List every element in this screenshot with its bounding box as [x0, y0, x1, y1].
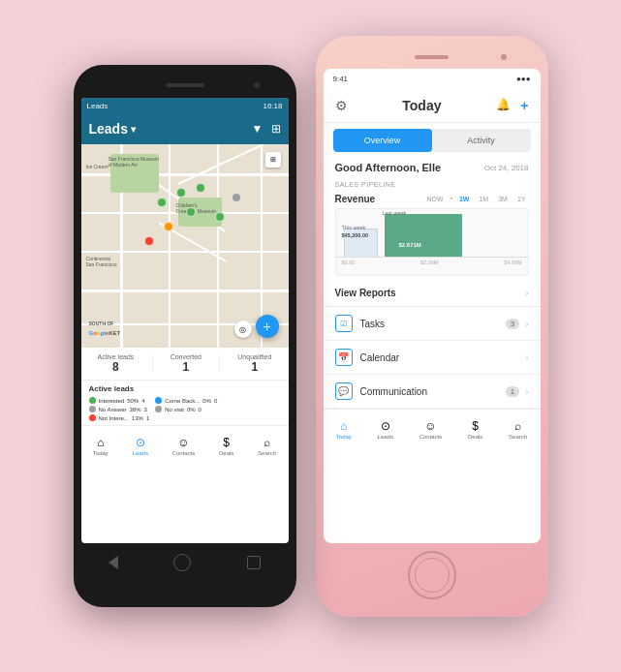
greeting-text: Good Afternoon, Elle	[335, 162, 442, 173]
leads-stats-row: Active leads 8 Converted 1 Unqualified 1	[81, 348, 289, 381]
today-icon: ⌂	[97, 436, 104, 449]
recent-button[interactable]	[247, 556, 261, 569]
android-title-bar: Leads ▾ ▼ ⊞	[81, 113, 289, 144]
dropdown-arrow[interactable]: ▾	[131, 124, 136, 135]
android-speaker	[166, 83, 204, 87]
ios-nav-search[interactable]: ⌕ Search	[509, 419, 527, 440]
map-area: Ice Cream San Francisco Museumof Modern …	[81, 144, 289, 348]
south-of-label: SOUTH OF	[89, 321, 114, 326]
ios-nav-contacts[interactable]: ☺ Contacts	[419, 419, 443, 440]
tab-activity[interactable]: Activity	[432, 129, 531, 152]
map-text-label: San Francisco Museumof Modern Art	[109, 156, 160, 168]
active-leads-section: Active leads Interested 50% 4 No Answer …	[81, 381, 289, 425]
phones-container: Leads 16:18 Leads ▾ ▼ ⊞	[74, 55, 548, 617]
ios-nav-deals[interactable]: $ Deals	[468, 419, 482, 440]
map-pin[interactable]	[176, 188, 186, 198]
ios-phone-inner: 9:41 ●●● ⚙ Today 🔔 + Overview	[316, 36, 548, 617]
home-button[interactable]	[173, 554, 191, 571]
view-reports-row[interactable]: View Reports ›	[324, 280, 541, 307]
interested-dot	[89, 397, 96, 404]
android-top-bar	[81, 76, 289, 94]
tasks-badge: 3	[506, 319, 519, 329]
leads-icon: ⊙	[136, 436, 145, 449]
nav-today[interactable]: ⌂ Today	[93, 436, 109, 456]
filter-1w[interactable]: 1W	[456, 195, 473, 203]
ios-nav-leads[interactable]: ⊙ Leads	[378, 419, 393, 440]
location-button[interactable]: ◎	[234, 321, 252, 338]
ios-home-inner	[415, 558, 450, 593]
filter-icon[interactable]: ▼	[252, 122, 264, 136]
back-button[interactable]	[109, 556, 118, 569]
map-pin[interactable]	[215, 212, 225, 222]
legend-item-no-answer: No Answer 38% 3	[89, 406, 150, 412]
communication-list-item[interactable]: 💬 Communication 1 ›	[324, 375, 541, 409]
axis-label-1: $2.00M	[420, 260, 438, 265]
filter-1y[interactable]: 1Y	[514, 195, 529, 203]
tasks-label: Tasks	[360, 319, 386, 329]
no-answer-dot	[89, 406, 96, 412]
time-filters: NOW • 1W 1M 3M 1Y	[423, 195, 528, 203]
calendar-label: Calendar	[360, 352, 400, 363]
communication-label: Communication	[360, 386, 427, 397]
map-text-label: Ice Cream	[86, 164, 109, 169]
calendar-list-item[interactable]: 📅 Calendar ›	[324, 341, 541, 375]
android-title: Leads ▾	[89, 121, 136, 137]
ios-deals-icon: $	[472, 419, 479, 433]
last-week-value: $2.671M	[399, 242, 421, 248]
legend-col-left: Interested 50% 4 No Answer 38% 3 N	[89, 397, 150, 421]
ios-camera	[501, 54, 507, 60]
ios-nav-bar: ⚙ Today 🔔 +	[324, 88, 541, 123]
ios-contacts-icon: ☺	[424, 419, 436, 433]
map-layers-button[interactable]: ⊞	[265, 152, 281, 168]
ios-speaker	[415, 55, 449, 59]
map-pin[interactable]	[144, 236, 154, 246]
view-icon[interactable]: ⊞	[271, 122, 281, 136]
search-icon: ⌕	[264, 436, 270, 449]
communication-chevron: ›	[525, 386, 528, 397]
ios-nav-icons: 🔔 +	[496, 98, 528, 113]
nav-contacts[interactable]: ☺ Contacts	[172, 436, 196, 456]
active-leads-stat: Active leads 8	[98, 353, 135, 374]
tab-overview[interactable]: Overview	[333, 129, 432, 152]
plus-icon[interactable]: +	[520, 98, 528, 113]
nav-deals[interactable]: $ Deals	[219, 436, 233, 456]
axis-label-0: $0.00	[342, 260, 356, 265]
status-time: 16:18	[263, 102, 282, 110]
legend-item-no-visit: No visit 0% 0	[155, 406, 217, 412]
legend-col-right: Come Back... 0% 0 No visit 0% 0	[155, 397, 217, 421]
tasks-right: 3 ›	[506, 319, 529, 329]
ios-home-button[interactable]	[408, 551, 456, 599]
calendar-right: ›	[525, 352, 528, 363]
map-pin[interactable]	[186, 207, 196, 217]
filter-3m[interactable]: 3M	[495, 195, 511, 203]
android-bottom-nav: ⌂ Today ⊙ Leads ☺ Contacts $ Deals ⌕ S	[81, 425, 289, 466]
deals-icon: $	[223, 436, 230, 449]
this-week-value: $45,200.00	[342, 232, 369, 238]
ios-nav-today[interactable]: ⌂ Today	[336, 419, 352, 440]
sales-pipeline-label: SALES PIPELINE	[324, 177, 541, 190]
map-pin[interactable]	[164, 222, 173, 231]
android-camera	[254, 82, 260, 88]
map-pin[interactable]	[157, 198, 167, 207]
settings-icon[interactable]: ⚙	[335, 98, 348, 113]
legend-item-interested: Interested 50% 4	[89, 397, 150, 404]
ios-bottom-nav: ⌂ Today ⊙ Leads ☺ Contacts $ Deals	[324, 409, 541, 449]
tasks-left: ☑ Tasks	[335, 315, 386, 332]
contacts-icon: ☺	[177, 436, 189, 449]
android-home-bar	[81, 549, 289, 576]
tasks-icon: ☑	[335, 315, 353, 332]
ios-today-icon: ⌂	[340, 419, 347, 433]
ios-status-bar: 9:41 ●●●	[324, 69, 541, 88]
map-pin[interactable]	[196, 183, 205, 193]
map-pin[interactable]	[232, 193, 241, 202]
tasks-list-item[interactable]: ☑ Tasks 3 ›	[324, 307, 541, 341]
filter-now[interactable]: NOW	[423, 195, 446, 203]
axis-label-2: $4.00M	[504, 260, 521, 265]
bell-icon[interactable]: 🔔	[496, 98, 511, 113]
legend-item-not-interested: Not Intere... 13% 1	[89, 414, 150, 421]
filter-1m[interactable]: 1M	[476, 195, 491, 203]
nav-search[interactable]: ⌕ Search	[258, 436, 276, 456]
add-fab-button[interactable]: +	[256, 315, 279, 338]
ios-screen: 9:41 ●●● ⚙ Today 🔔 + Overview	[324, 69, 541, 543]
nav-leads[interactable]: ⊙ Leads	[133, 436, 148, 456]
